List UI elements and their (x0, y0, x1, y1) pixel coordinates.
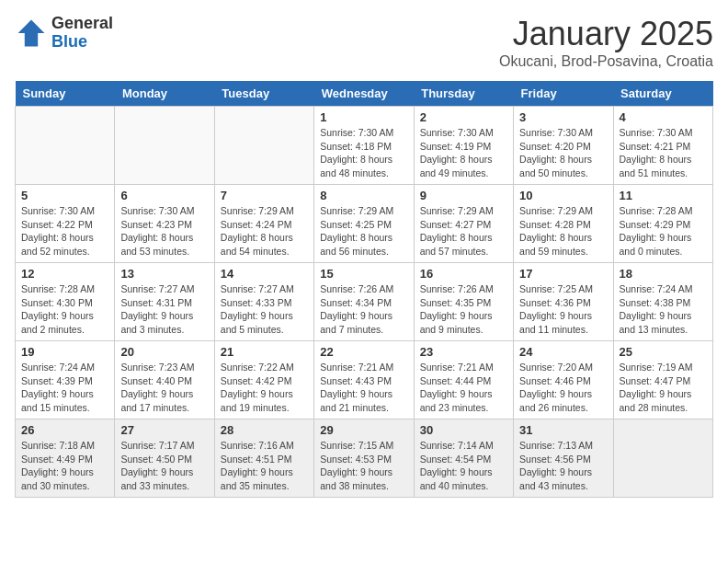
day-cell: 3Sunrise: 7:30 AM Sunset: 4:20 PM Daylig… (514, 107, 613, 185)
day-cell: 13Sunrise: 7:27 AM Sunset: 4:31 PM Dayli… (115, 263, 214, 341)
day-cell: 8Sunrise: 7:29 AM Sunset: 4:25 PM Daylig… (314, 185, 414, 263)
day-info: Sunrise: 7:29 AM Sunset: 4:27 PM Dayligh… (420, 204, 507, 259)
day-cell: 22Sunrise: 7:21 AM Sunset: 4:43 PM Dayli… (314, 341, 414, 419)
day-cell: 10Sunrise: 7:29 AM Sunset: 4:28 PM Dayli… (514, 185, 613, 263)
day-cell: 1Sunrise: 7:30 AM Sunset: 4:18 PM Daylig… (314, 107, 414, 185)
day-info: Sunrise: 7:20 AM Sunset: 4:46 PM Dayligh… (519, 361, 607, 415)
day-info: Sunrise: 7:30 AM Sunset: 4:22 PM Dayligh… (21, 204, 108, 259)
day-cell (115, 107, 214, 185)
day-cell: 31Sunrise: 7:13 AM Sunset: 4:56 PM Dayli… (514, 419, 613, 498)
day-info: Sunrise: 7:13 AM Sunset: 4:56 PM Dayligh… (519, 439, 607, 493)
day-info: Sunrise: 7:25 AM Sunset: 4:36 PM Dayligh… (519, 282, 607, 337)
weekday-header-tuesday: Tuesday (214, 81, 313, 107)
weekday-header-row: SundayMondayTuesdayWednesdayThursdayFrid… (16, 81, 713, 107)
day-number: 2 (420, 110, 507, 124)
day-info: Sunrise: 7:19 AM Sunset: 4:47 PM Dayligh… (620, 361, 707, 415)
day-info: Sunrise: 7:29 AM Sunset: 4:28 PM Dayligh… (519, 204, 607, 259)
day-number: 3 (519, 110, 607, 124)
logo-icon (15, 17, 48, 50)
weekday-header-monday: Monday (115, 81, 214, 107)
day-number: 13 (120, 267, 208, 281)
day-info: Sunrise: 7:26 AM Sunset: 4:35 PM Dayligh… (420, 282, 507, 337)
day-cell: 28Sunrise: 7:16 AM Sunset: 4:51 PM Dayli… (214, 419, 313, 498)
day-info: Sunrise: 7:30 AM Sunset: 4:19 PM Dayligh… (420, 126, 507, 180)
day-info: Sunrise: 7:21 AM Sunset: 4:43 PM Dayligh… (320, 361, 407, 415)
day-number: 1 (320, 110, 407, 124)
day-info: Sunrise: 7:17 AM Sunset: 4:50 PM Dayligh… (120, 439, 208, 493)
weekday-header-saturday: Saturday (613, 81, 712, 107)
day-cell: 27Sunrise: 7:17 AM Sunset: 4:50 PM Dayli… (115, 419, 214, 498)
day-number: 28 (221, 423, 308, 437)
day-cell: 14Sunrise: 7:27 AM Sunset: 4:33 PM Dayli… (214, 263, 313, 341)
day-cell: 12Sunrise: 7:28 AM Sunset: 4:30 PM Dayli… (16, 263, 115, 341)
day-cell: 2Sunrise: 7:30 AM Sunset: 4:19 PM Daylig… (414, 107, 513, 185)
week-row-1: 1Sunrise: 7:30 AM Sunset: 4:18 PM Daylig… (16, 107, 713, 185)
weekday-header-thursday: Thursday (414, 81, 513, 107)
week-row-4: 19Sunrise: 7:24 AM Sunset: 4:39 PM Dayli… (16, 341, 713, 419)
day-cell: 11Sunrise: 7:28 AM Sunset: 4:29 PM Dayli… (613, 185, 712, 263)
day-number: 9 (420, 189, 507, 202)
day-info: Sunrise: 7:30 AM Sunset: 4:20 PM Dayligh… (519, 126, 607, 180)
day-cell: 16Sunrise: 7:26 AM Sunset: 4:35 PM Dayli… (414, 263, 513, 341)
day-info: Sunrise: 7:22 AM Sunset: 4:42 PM Dayligh… (221, 361, 308, 415)
day-info: Sunrise: 7:14 AM Sunset: 4:54 PM Dayligh… (420, 439, 507, 493)
day-number: 16 (420, 267, 507, 281)
day-number: 22 (320, 345, 407, 359)
logo: General Blue (15, 15, 113, 52)
weekday-header-wednesday: Wednesday (314, 81, 414, 107)
day-info: Sunrise: 7:28 AM Sunset: 4:30 PM Dayligh… (21, 282, 108, 337)
day-cell: 18Sunrise: 7:24 AM Sunset: 4:38 PM Dayli… (613, 263, 712, 341)
calendar-table: SundayMondayTuesdayWednesdayThursdayFrid… (15, 81, 713, 498)
day-info: Sunrise: 7:30 AM Sunset: 4:23 PM Dayligh… (120, 204, 208, 259)
day-cell (214, 107, 313, 185)
day-info: Sunrise: 7:21 AM Sunset: 4:44 PM Dayligh… (420, 361, 507, 415)
day-cell: 29Sunrise: 7:15 AM Sunset: 4:53 PM Dayli… (314, 419, 414, 498)
day-number: 12 (21, 267, 108, 281)
week-row-5: 26Sunrise: 7:18 AM Sunset: 4:49 PM Dayli… (16, 419, 713, 498)
day-info: Sunrise: 7:27 AM Sunset: 4:33 PM Dayligh… (221, 282, 308, 337)
day-info: Sunrise: 7:27 AM Sunset: 4:31 PM Dayligh… (120, 282, 208, 337)
day-cell (16, 107, 115, 185)
day-number: 5 (21, 189, 108, 202)
day-cell: 6Sunrise: 7:30 AM Sunset: 4:23 PM Daylig… (115, 185, 214, 263)
day-number: 8 (320, 189, 407, 202)
page-header: General Blue January 2025 Okucani, Brod-… (15, 15, 713, 70)
day-cell: 30Sunrise: 7:14 AM Sunset: 4:54 PM Dayli… (414, 419, 513, 498)
day-number: 4 (620, 110, 707, 124)
day-number: 20 (120, 345, 208, 359)
day-number: 14 (221, 267, 308, 281)
day-number: 21 (221, 345, 308, 359)
month-title: January 2025 (499, 15, 713, 53)
day-info: Sunrise: 7:30 AM Sunset: 4:18 PM Dayligh… (320, 126, 407, 180)
day-cell: 7Sunrise: 7:29 AM Sunset: 4:24 PM Daylig… (214, 185, 313, 263)
day-cell: 21Sunrise: 7:22 AM Sunset: 4:42 PM Dayli… (214, 341, 313, 419)
day-cell: 19Sunrise: 7:24 AM Sunset: 4:39 PM Dayli… (16, 341, 115, 419)
week-row-3: 12Sunrise: 7:28 AM Sunset: 4:30 PM Dayli… (16, 263, 713, 341)
day-cell: 9Sunrise: 7:29 AM Sunset: 4:27 PM Daylig… (414, 185, 513, 263)
day-info: Sunrise: 7:23 AM Sunset: 4:40 PM Dayligh… (120, 361, 208, 415)
week-row-2: 5Sunrise: 7:30 AM Sunset: 4:22 PM Daylig… (16, 185, 713, 263)
day-cell: 26Sunrise: 7:18 AM Sunset: 4:49 PM Dayli… (16, 419, 115, 498)
day-info: Sunrise: 7:24 AM Sunset: 4:39 PM Dayligh… (21, 361, 108, 415)
day-number: 11 (620, 189, 707, 202)
title-block: January 2025 Okucani, Brod-Posavina, Cro… (499, 15, 713, 70)
day-number: 26 (21, 423, 108, 437)
logo-general-text: General (51, 15, 113, 33)
day-number: 23 (420, 345, 507, 359)
day-number: 31 (519, 423, 607, 437)
location-title: Okucani, Brod-Posavina, Croatia (499, 53, 713, 70)
day-cell: 25Sunrise: 7:19 AM Sunset: 4:47 PM Dayli… (613, 341, 712, 419)
logo-blue-text: Blue (51, 33, 113, 52)
logo-text: General Blue (51, 15, 113, 52)
day-info: Sunrise: 7:30 AM Sunset: 4:21 PM Dayligh… (620, 126, 707, 180)
day-cell: 15Sunrise: 7:26 AM Sunset: 4:34 PM Dayli… (314, 263, 414, 341)
day-number: 27 (120, 423, 208, 437)
day-info: Sunrise: 7:15 AM Sunset: 4:53 PM Dayligh… (320, 439, 407, 493)
day-number: 30 (420, 423, 507, 437)
day-info: Sunrise: 7:29 AM Sunset: 4:24 PM Dayligh… (221, 204, 308, 259)
weekday-header-friday: Friday (514, 81, 613, 107)
day-info: Sunrise: 7:26 AM Sunset: 4:34 PM Dayligh… (320, 282, 407, 337)
day-number: 10 (519, 189, 607, 202)
day-cell (613, 419, 712, 498)
day-info: Sunrise: 7:18 AM Sunset: 4:49 PM Dayligh… (21, 439, 108, 493)
